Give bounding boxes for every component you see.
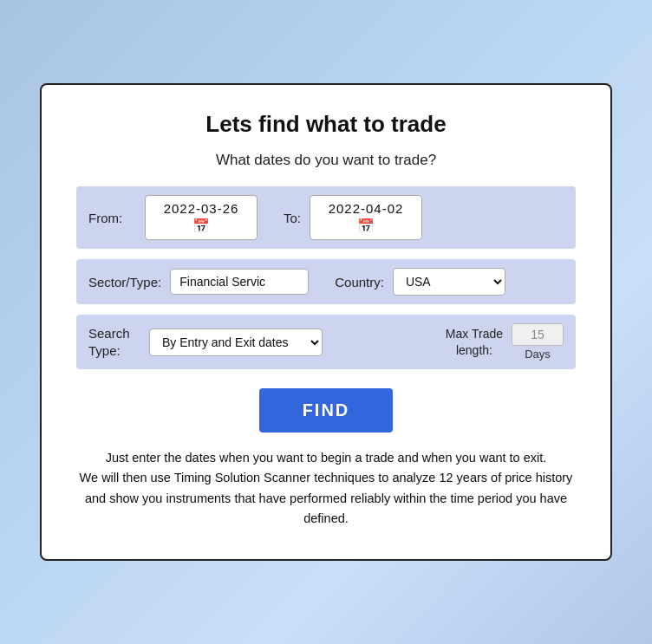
date-row: From: 2022-03-26 📅 To: 2022-04-02 📅 [76,186,576,249]
sector-country-row: Sector/Type: Country: USA UK Canada Germ… [76,259,576,304]
page-title: Lets find what to trade [76,111,576,138]
search-type-label: SearchType: [88,325,140,359]
to-date-box[interactable]: 2022-04-02 📅 [310,195,422,240]
sector-input[interactable] [170,269,309,295]
find-button[interactable]: FIND [259,388,394,433]
search-type-row: SearchType: By Entry and Exit dates By E… [76,315,576,369]
sector-label: Sector/Type: [88,275,161,289]
max-trade-container: Days [512,323,564,361]
to-calendar-icon: 📅 [357,218,375,234]
country-label: Country: [335,275,384,289]
from-date-box[interactable]: 2022-03-26 📅 [145,195,258,240]
max-trade-label: Max Tradelength: [446,326,503,357]
description-block: Just enter the dates when you want to be… [76,448,576,529]
from-calendar-icon: 📅 [192,218,210,234]
days-label: Days [525,348,551,361]
from-label: From: [88,211,136,225]
main-card: Lets find what to trade What dates do yo… [40,83,612,561]
max-trade-input[interactable] [512,323,564,346]
search-type-select[interactable]: By Entry and Exit dates By Entry date on… [149,329,323,356]
page-subtitle: What dates do you want to trade? [76,152,576,169]
to-date-value: 2022-04-02 [329,201,404,216]
to-label: To: [284,211,301,225]
from-date-value: 2022-03-26 [164,201,239,216]
description-line1: Just enter the dates when you want to be… [76,448,576,468]
description-line2: We will then use Timing Solution Scanner… [76,468,576,529]
country-select[interactable]: USA UK Canada Germany France [393,268,505,296]
find-btn-row: FIND [76,388,576,433]
